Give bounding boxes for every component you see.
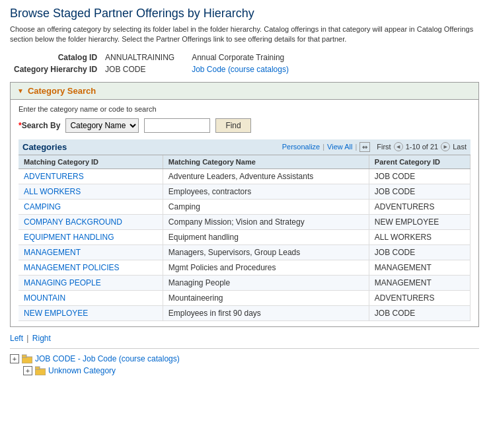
category-id-cell: NEW EMPLOYEE xyxy=(19,305,163,320)
expand-icon-1[interactable]: + xyxy=(10,354,19,363)
category-name-cell: Employees in first 90 days xyxy=(163,305,369,320)
parent-category-cell: ADVENTURERS xyxy=(369,199,470,214)
catalog-name: Annual Corporate Training xyxy=(188,52,293,63)
parent-category-cell: ADVENTURERS xyxy=(369,290,470,305)
category-name-cell: Mountaineering xyxy=(163,290,369,305)
category-id-cell: CAMPING xyxy=(19,199,163,214)
search-hint: Enter the category name or code to searc… xyxy=(19,105,470,113)
category-name-cell: Employees, contractors xyxy=(163,184,369,199)
parent-category-cell: JOB CODE xyxy=(369,168,470,184)
toolbar-right: Personalize | View All | ⇔ First ◄ 1-10 … xyxy=(282,142,467,152)
svg-rect-1 xyxy=(22,355,26,357)
table-row: ALL WORKERSEmployees, contractorsJOB COD… xyxy=(19,184,470,199)
category-id-link[interactable]: MANAGEMENT xyxy=(24,248,81,257)
hierarchy-item-1: + JOB CODE - Job Code (course catalogs) xyxy=(10,354,479,363)
parent-category-cell: MANAGEMENT xyxy=(369,275,470,290)
search-by-select[interactable]: Category Name Category Code xyxy=(65,118,139,133)
folder-icon-2 xyxy=(35,366,46,375)
category-name-cell: Equipment handling xyxy=(163,229,369,244)
category-id-cell: ALL WORKERS xyxy=(19,184,163,199)
category-search-header: ▼ Category Search xyxy=(11,83,478,100)
col-header-parent: Parent Category ID xyxy=(369,155,470,169)
page-wrapper: Browse Staged Partner Offerings by Hiera… xyxy=(0,0,489,385)
triangle-icon: ▼ xyxy=(17,87,24,94)
parent-category-cell: JOB CODE xyxy=(369,184,470,199)
folder-icon-1 xyxy=(22,354,32,363)
catalog-id-label: Catalog ID xyxy=(10,52,101,63)
category-id-link[interactable]: MANAGEMENT POLICIES xyxy=(24,263,119,272)
category-search-box: ▼ Category Search Enter the category nam… xyxy=(10,82,479,327)
table-row: MOUNTAINMountaineeringADVENTURERS xyxy=(19,290,470,305)
category-id-cell: MANAGEMENT POLICIES xyxy=(19,260,163,275)
search-by-label: *Search By xyxy=(19,121,60,130)
left-link[interactable]: Left xyxy=(10,334,23,343)
category-id-link[interactable]: ADVENTURERS xyxy=(24,172,84,181)
parent-category-cell: MANAGEMENT xyxy=(369,260,470,275)
search-input[interactable] xyxy=(144,118,210,133)
expand-icon-2[interactable]: + xyxy=(23,366,32,375)
category-id-cell: MANAGEMENT xyxy=(19,244,163,260)
page-title: Browse Staged Partner Offerings by Hiera… xyxy=(10,7,479,20)
categories-table: Matching Category ID Matching Category N… xyxy=(19,155,470,321)
prev-page-icon[interactable]: ◄ xyxy=(394,142,403,151)
table-row: ADVENTURERSAdventure Leaders, Adventure … xyxy=(19,168,470,184)
req-star: * xyxy=(19,121,22,130)
pagination-last: Last xyxy=(453,143,467,151)
category-search-label: Category Search xyxy=(28,86,96,96)
category-name-cell: Managers, Supervisors, Group Leads xyxy=(163,244,369,260)
category-hierarchy-id-value: JOB CODE xyxy=(101,63,188,75)
hierarchy-item-2: + Unknown Category xyxy=(23,366,479,375)
transfer-icon: ⇔ xyxy=(359,142,370,152)
catalog-info: Catalog ID ANNUALTRAINING Annual Corpora… xyxy=(10,52,479,75)
category-name-cell: Company Mission; Vision and Strategy xyxy=(163,214,369,229)
view-all-link[interactable]: View All xyxy=(327,143,352,151)
category-id-cell: ADVENTURERS xyxy=(19,168,163,184)
category-name-cell: Mgmt Policies and Procedures xyxy=(163,260,369,275)
category-id-cell: EQUIPMENT HANDLING xyxy=(19,229,163,244)
category-name-cell: Managing People xyxy=(163,275,369,290)
find-button[interactable]: Find xyxy=(215,118,250,133)
right-link[interactable]: Right xyxy=(32,334,51,343)
table-row: EQUIPMENT HANDLINGEquipment handlingALL … xyxy=(19,229,470,244)
category-id-link[interactable]: COMPANY BACKGROUND xyxy=(24,217,122,227)
pagination-range: 1-10 of 21 xyxy=(406,143,439,151)
categories-toolbar: Categories Personalize | View All | ⇔ Fi… xyxy=(19,139,470,155)
category-id-link[interactable]: MANAGING PEOPLE xyxy=(24,278,101,287)
personalize-link[interactable]: Personalize xyxy=(282,143,320,151)
parent-category-cell: ALL WORKERS xyxy=(369,229,470,244)
category-hierarchy-name: Job Code (course catalogs) xyxy=(188,63,293,75)
bottom-nav: Left | Right xyxy=(10,334,479,343)
category-id-link[interactable]: MOUNTAIN xyxy=(24,293,65,303)
category-name-cell: Adventure Leaders, Adventure Assistants xyxy=(163,168,369,184)
table-row: COMPANY BACKGROUNDCompany Mission; Visio… xyxy=(19,214,470,229)
category-id-link[interactable]: EQUIPMENT HANDLING xyxy=(24,233,114,242)
table-row: MANAGING PEOPLEManaging PeopleMANAGEMENT xyxy=(19,275,470,290)
category-hierarchy-id-label: Category Hierarchy ID xyxy=(10,63,101,75)
category-id-link[interactable]: CAMPING xyxy=(24,202,61,211)
search-body: Enter the category name or code to searc… xyxy=(11,100,478,326)
parent-category-cell: JOB CODE xyxy=(369,305,470,320)
table-row: MANAGEMENTManagers, Supervisors, Group L… xyxy=(19,244,470,260)
categories-label: Categories xyxy=(22,142,67,152)
col-header-name: Matching Category Name xyxy=(163,155,369,169)
category-id-link[interactable]: ALL WORKERS xyxy=(24,187,81,196)
next-page-icon[interactable]: ► xyxy=(441,142,450,151)
page-description: Choose an offering category by selecting… xyxy=(10,24,479,45)
hierarchy-link-2[interactable]: Unknown Category xyxy=(48,366,116,375)
svg-rect-3 xyxy=(35,367,40,369)
table-row: NEW EMPLOYEEEmployees in first 90 daysJO… xyxy=(19,305,470,320)
category-id-link[interactable]: NEW EMPLOYEE xyxy=(24,309,88,318)
category-name-cell: Camping xyxy=(163,199,369,214)
search-row: *Search By Category Name Category Code F… xyxy=(19,118,470,133)
table-row: CAMPINGCampingADVENTURERS xyxy=(19,199,470,214)
pagination-first: First xyxy=(377,143,391,151)
category-id-cell: MANAGING PEOPLE xyxy=(19,275,163,290)
parent-category-cell: JOB CODE xyxy=(369,244,470,260)
category-id-cell: MOUNTAIN xyxy=(19,290,163,305)
categories-section: Categories Personalize | View All | ⇔ Fi… xyxy=(19,139,470,321)
col-header-id: Matching Category ID xyxy=(19,155,163,169)
hierarchy-section: + JOB CODE - Job Code (course catalogs) … xyxy=(10,348,479,375)
hierarchy-link-1[interactable]: JOB CODE - Job Code (course catalogs) xyxy=(35,354,180,363)
category-id-cell: COMPANY BACKGROUND xyxy=(19,214,163,229)
table-row: MANAGEMENT POLICIESMgmt Policies and Pro… xyxy=(19,260,470,275)
